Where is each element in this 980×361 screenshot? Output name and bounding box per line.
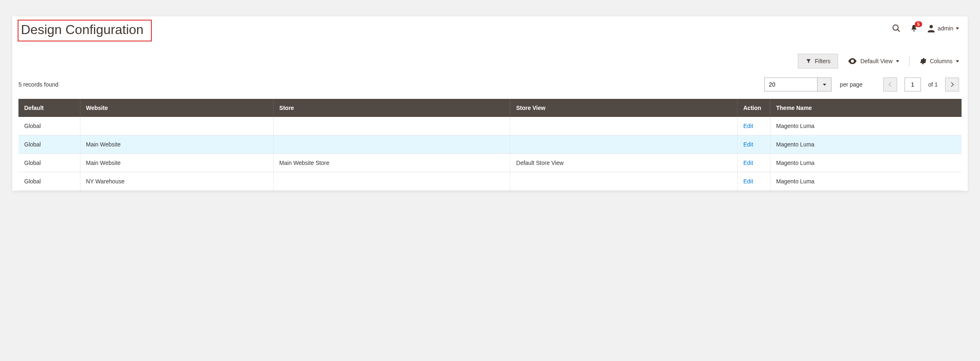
grid-toolbar: Filters Default View Columns bbox=[18, 54, 962, 76]
cell-default: Global bbox=[18, 172, 80, 191]
user-icon bbox=[927, 24, 935, 32]
notification-badge: 5 bbox=[915, 21, 922, 27]
cell-store bbox=[273, 172, 510, 191]
notifications-icon[interactable]: 5 bbox=[910, 24, 918, 33]
cell-action: Edit bbox=[738, 117, 770, 135]
table-row[interactable]: GlobalEditMagento Luma bbox=[18, 117, 962, 135]
col-header-website[interactable]: Website bbox=[80, 99, 273, 117]
filter-icon bbox=[806, 58, 811, 64]
table-row[interactable]: GlobalMain WebsiteEditMagento Luma bbox=[18, 135, 962, 154]
cell-website: NY Warehouse bbox=[80, 172, 273, 191]
svg-line-1 bbox=[898, 30, 900, 32]
cell-website bbox=[80, 117, 273, 135]
chevron-down-icon bbox=[896, 60, 899, 62]
cell-store-view bbox=[510, 117, 738, 135]
cell-action: Edit bbox=[738, 172, 770, 191]
toolbar-divider bbox=[909, 56, 909, 66]
svg-point-3 bbox=[930, 25, 933, 28]
page-size-select[interactable] bbox=[764, 78, 832, 91]
default-view-dropdown[interactable]: Default View bbox=[848, 58, 899, 64]
cell-theme-name: Magento Luma bbox=[770, 135, 962, 154]
filters-button[interactable]: Filters bbox=[798, 54, 838, 69]
chevron-down-icon bbox=[956, 27, 959, 30]
cell-default: Global bbox=[18, 117, 80, 135]
per-page-label: per page bbox=[840, 81, 862, 88]
col-header-store-view[interactable]: Store View bbox=[510, 99, 738, 117]
chevron-left-icon bbox=[888, 82, 892, 87]
default-view-label: Default View bbox=[860, 58, 892, 64]
svg-point-0 bbox=[893, 25, 898, 30]
edit-link[interactable]: Edit bbox=[743, 160, 753, 166]
cell-website: Main Website bbox=[80, 135, 273, 154]
total-pages-label: of 1 bbox=[928, 81, 938, 88]
table-row[interactable]: GlobalMain WebsiteMain Website StoreDefa… bbox=[18, 154, 962, 172]
svg-rect-2 bbox=[913, 30, 914, 32]
chevron-right-icon bbox=[950, 82, 954, 87]
edit-link[interactable]: Edit bbox=[743, 178, 753, 185]
page-size-dropdown-button[interactable] bbox=[818, 78, 832, 91]
cell-theme-name: Magento Luma bbox=[770, 172, 962, 191]
cell-theme-name: Magento Luma bbox=[770, 154, 962, 172]
title-highlight-box: Design Configuration bbox=[18, 20, 152, 41]
records-row: 5 records found per page of 1 bbox=[18, 76, 962, 99]
admin-account-dropdown[interactable]: admin bbox=[927, 24, 959, 32]
cell-store bbox=[273, 117, 510, 135]
edit-link[interactable]: Edit bbox=[743, 123, 753, 129]
cell-store bbox=[273, 135, 510, 154]
header-actions: 5 admin bbox=[892, 21, 962, 33]
admin-label: admin bbox=[938, 25, 953, 32]
records-found-text: 5 records found bbox=[18, 81, 58, 88]
eye-icon bbox=[848, 58, 857, 64]
search-icon[interactable] bbox=[892, 24, 901, 33]
cell-store-view: Default Store View bbox=[510, 154, 738, 172]
prev-page-button[interactable] bbox=[883, 78, 897, 91]
filters-label: Filters bbox=[815, 58, 830, 64]
cell-store: Main Website Store bbox=[273, 154, 510, 172]
current-page-input[interactable] bbox=[905, 78, 921, 91]
next-page-button[interactable] bbox=[945, 78, 959, 91]
chevron-down-icon bbox=[956, 60, 959, 62]
col-header-store[interactable]: Store bbox=[273, 99, 510, 117]
cell-action: Edit bbox=[738, 135, 770, 154]
col-header-action[interactable]: Action bbox=[738, 99, 770, 117]
chevron-down-icon bbox=[823, 84, 826, 86]
col-header-theme-name[interactable]: Theme Name bbox=[770, 99, 962, 117]
cell-store-view bbox=[510, 135, 738, 154]
table-row[interactable]: GlobalNY WarehouseEditMagento Luma bbox=[18, 172, 962, 191]
col-header-default[interactable]: Default bbox=[18, 99, 80, 117]
page-size-input[interactable] bbox=[764, 78, 818, 91]
cell-default: Global bbox=[18, 154, 80, 172]
cell-theme-name: Magento Luma bbox=[770, 117, 962, 135]
edit-link[interactable]: Edit bbox=[743, 141, 753, 148]
columns-dropdown[interactable]: Columns bbox=[919, 57, 959, 65]
design-config-grid: Default Website Store Store View Action … bbox=[18, 99, 962, 191]
cell-store-view bbox=[510, 172, 738, 191]
page-title: Design Configuration bbox=[21, 22, 144, 37]
cell-website: Main Website bbox=[80, 154, 273, 172]
header-row: Design Configuration 5 admin bbox=[18, 16, 962, 54]
cell-default: Global bbox=[18, 135, 80, 154]
cell-action: Edit bbox=[738, 154, 770, 172]
pager-group: per page of 1 bbox=[764, 78, 959, 91]
grid-header-row: Default Website Store Store View Action … bbox=[18, 99, 962, 117]
columns-label: Columns bbox=[930, 58, 953, 64]
main-panel: Design Configuration 5 admin bbox=[12, 16, 968, 191]
gear-icon bbox=[919, 57, 927, 65]
